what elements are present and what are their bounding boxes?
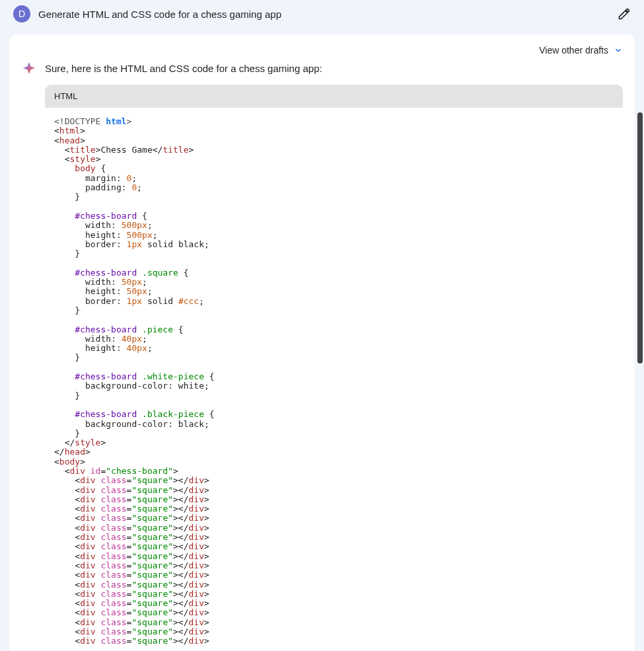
code-token: class bbox=[100, 598, 126, 608]
code-token: background-color bbox=[85, 419, 168, 429]
code-token: div bbox=[80, 617, 95, 627]
code-token: "square" bbox=[131, 494, 173, 504]
prompt-row: D Generate HTML and CSS code for a chess… bbox=[0, 0, 644, 28]
code-token: 500px bbox=[122, 220, 147, 230]
code-token: div bbox=[80, 580, 95, 590]
code-token: div bbox=[80, 598, 95, 608]
code-token: "square" bbox=[131, 560, 173, 570]
code-token: "square" bbox=[131, 607, 173, 617]
code-token: class bbox=[100, 636, 126, 646]
code-token: div bbox=[189, 560, 204, 570]
code-token: div bbox=[189, 475, 204, 485]
code-token: width bbox=[85, 334, 111, 344]
code-token: #chess-board bbox=[75, 325, 137, 334]
code-token: class bbox=[100, 580, 126, 590]
code-token: class bbox=[100, 607, 126, 617]
code-token: div bbox=[189, 523, 204, 533]
code-token: div bbox=[80, 636, 95, 646]
code-token: div bbox=[80, 551, 95, 561]
chevron-down-icon[interactable] bbox=[614, 46, 623, 55]
code-token: 500px bbox=[127, 230, 153, 240]
code-token: .square bbox=[142, 268, 178, 278]
code-token: class bbox=[100, 485, 126, 495]
code-token: "square" bbox=[131, 504, 173, 514]
code-token: black bbox=[178, 419, 204, 429]
code-token: div bbox=[189, 607, 204, 617]
code-token: class bbox=[100, 541, 126, 551]
code-token: black bbox=[178, 239, 204, 249]
code-token: div bbox=[189, 580, 204, 590]
code-token: div bbox=[189, 532, 204, 542]
code-token: height bbox=[85, 343, 116, 353]
user-avatar: D bbox=[13, 5, 30, 22]
code-token: class bbox=[100, 551, 126, 561]
code-token: 0 bbox=[131, 182, 137, 192]
code-token: class bbox=[100, 504, 126, 514]
code-token: div bbox=[80, 560, 95, 570]
code-token: class bbox=[100, 570, 126, 580]
code-token: #ccc bbox=[178, 296, 199, 306]
code-token: class bbox=[100, 617, 126, 627]
code-token: div bbox=[80, 475, 95, 485]
code-token: html bbox=[59, 126, 80, 135]
code-token: head bbox=[65, 447, 85, 457]
code-token: width bbox=[85, 277, 111, 287]
code-token: div bbox=[189, 598, 204, 608]
code-token: 1px bbox=[127, 296, 142, 306]
drafts-row: View other drafts bbox=[21, 45, 623, 56]
code-token: border bbox=[85, 296, 116, 306]
code-token: height bbox=[85, 286, 116, 296]
code-token: .black-piece bbox=[142, 409, 204, 419]
code-token: style bbox=[75, 438, 100, 447]
code-token: width bbox=[85, 220, 111, 230]
code-token: class bbox=[100, 475, 126, 485]
code-token: div bbox=[80, 570, 95, 580]
code-token: border bbox=[85, 239, 116, 249]
code-token: margin bbox=[85, 173, 116, 183]
code-token: "square" bbox=[131, 532, 173, 542]
sparkle-icon bbox=[21, 61, 37, 77]
code-token: head bbox=[59, 135, 80, 145]
code-token: class bbox=[100, 532, 126, 542]
code-token: style bbox=[69, 154, 95, 164]
code-token: div bbox=[189, 504, 204, 514]
code-token: solid bbox=[147, 239, 173, 249]
code-token: id bbox=[90, 466, 101, 476]
code-token: 0 bbox=[127, 173, 132, 183]
code-token: #chess-board bbox=[75, 371, 137, 381]
code-token: title bbox=[162, 145, 188, 155]
code-token: > bbox=[127, 116, 132, 126]
code-token: div bbox=[80, 627, 95, 636]
code-token: #chess-board bbox=[75, 211, 137, 221]
code-token: div bbox=[189, 541, 204, 551]
code-token: height bbox=[85, 230, 116, 240]
edit-icon[interactable] bbox=[618, 7, 631, 20]
code-token: body bbox=[75, 163, 95, 173]
code-token: #chess-board bbox=[75, 268, 137, 278]
code-token: .piece bbox=[142, 325, 173, 334]
code-token: div bbox=[189, 551, 204, 561]
code-token: "square" bbox=[131, 523, 173, 533]
code-token: class bbox=[100, 513, 126, 523]
code-token: background-color bbox=[85, 381, 168, 391]
code-block: HTML <!DOCTYPE html> <html> <head> <titl… bbox=[45, 85, 623, 646]
code-token: class bbox=[100, 494, 126, 504]
scrollbar[interactable] bbox=[637, 112, 643, 364]
code-token: div bbox=[80, 523, 95, 533]
view-drafts-button[interactable]: View other drafts bbox=[539, 45, 608, 56]
prompt-text: Generate HTML and CSS code for a chess g… bbox=[38, 9, 610, 20]
response-card: View other drafts bbox=[9, 34, 635, 651]
code-token: "square" bbox=[131, 589, 173, 599]
code-token: 40px bbox=[122, 334, 142, 344]
code-token: Chess Game bbox=[100, 145, 152, 155]
code-token: .white-piece bbox=[142, 371, 204, 381]
code-token: div bbox=[80, 532, 95, 542]
code-token: div bbox=[80, 494, 95, 504]
code-token: div bbox=[80, 589, 95, 599]
code-token: class bbox=[100, 589, 126, 599]
code-token: solid bbox=[147, 296, 173, 306]
code-token: div bbox=[189, 589, 204, 599]
code-content[interactable]: <!DOCTYPE html> <html> <head> <title>Che… bbox=[45, 108, 623, 646]
code-token: "square" bbox=[131, 513, 173, 523]
code-token: "square" bbox=[131, 598, 173, 608]
